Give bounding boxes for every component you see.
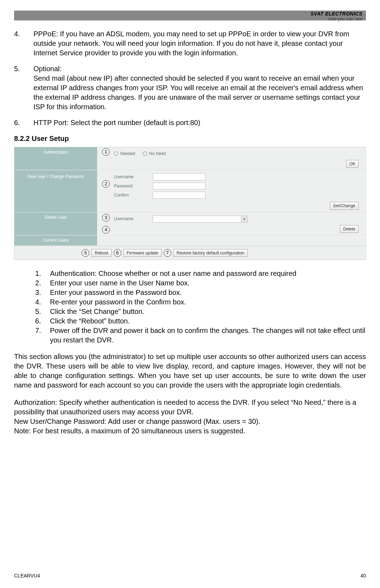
callout-5: 5: [82, 249, 89, 257]
stext: Enter your password in the Password box.: [50, 288, 182, 297]
delete-username-dropdown[interactable]: ▾: [153, 216, 248, 223]
list-num: 6.: [14, 118, 33, 128]
user-setup-ui: Authorization 1 Needed No Need OK New us…: [14, 147, 366, 260]
paragraph-1: This section allows you (the administrat…: [14, 352, 366, 390]
list-item: 5. Optional: Send mail (about new IP) af…: [14, 64, 366, 112]
username-input[interactable]: [153, 173, 205, 180]
brand-sub: now you can see: [311, 17, 363, 21]
snum: 7.: [35, 326, 50, 345]
paragraph-2: Authorization: Specify whether authentic…: [14, 398, 366, 436]
list-item: 6. HTTP Port: Select the port number (de…: [14, 118, 366, 128]
password-label: Password: [114, 183, 153, 189]
row-label-newuser: New user / Change Password: [14, 170, 97, 212]
footer-right: 40: [360, 572, 366, 579]
snum: 6.: [35, 316, 50, 326]
brand-top: SVAT ELECTRONICS: [311, 11, 363, 17]
delete-button[interactable]: Delete: [340, 225, 359, 233]
section-heading: 8.2.2 User Setup: [14, 134, 366, 143]
stext: Enter your user name in the User Name bo…: [50, 278, 190, 288]
callout-1: 1: [102, 148, 110, 156]
set-change-button[interactable]: Set/Change: [330, 202, 359, 210]
list-text: PPPoE: If you have an ADSL modem, you ma…: [33, 29, 366, 58]
snum: 1.: [35, 269, 50, 278]
list-item: 4. PPPoE: If you have an ADSL modem, you…: [14, 29, 366, 58]
callout-4: 4: [102, 226, 110, 234]
reboot-button[interactable]: Reboot: [91, 249, 112, 257]
delete-username-label: Username: [114, 216, 153, 222]
list-text: HTTP Port: Select the port number (defau…: [33, 118, 366, 128]
confirm-input[interactable]: [153, 192, 205, 199]
chevron-down-icon: ▾: [241, 216, 247, 222]
stext: Click the “Set Change” button.: [50, 307, 144, 316]
restore-factory-button[interactable]: Restore factory default configuration: [173, 249, 248, 257]
callout-6: 6: [114, 249, 121, 257]
username-label: Username: [114, 174, 153, 180]
snum: 5.: [35, 307, 50, 316]
snum: 3.: [35, 288, 50, 297]
password-input[interactable]: [153, 182, 205, 190]
stext: Power off the DVR and power it back on t…: [50, 326, 366, 345]
stext: Authentication: Choose whether or not a …: [50, 269, 296, 278]
callout-7: 7: [164, 249, 171, 257]
confirm-label: Confirm: [114, 192, 153, 198]
top-ordered-list: 4. PPPoE: If you have an ADSL modem, you…: [14, 29, 366, 128]
brand-block: SVAT ELECTRONICS now you can see: [311, 11, 363, 22]
footer-left: CLEARVU4: [14, 572, 40, 579]
sub-ordered-list: 1.Authentication: Choose whether or not …: [14, 269, 366, 345]
list-num: 4.: [14, 29, 33, 58]
stext: Click the “Reboot” button.: [50, 316, 130, 326]
stext: Re-enter your password in the Confirm bo…: [50, 297, 186, 307]
ok-button[interactable]: OK: [346, 160, 359, 168]
firmware-update-button[interactable]: Firmware update: [124, 249, 162, 257]
row-label-authorization: Authorization: [14, 147, 97, 170]
radio-needed-label: Needed: [120, 151, 135, 156]
row-label-currentusers: Current Users: [14, 235, 97, 246]
radio-no-need-label: No Need: [149, 151, 166, 156]
snum: 2.: [35, 278, 50, 288]
list-num: 5.: [14, 64, 33, 112]
row-label-deleteuser: Delete User: [14, 212, 97, 235]
list-text: Optional: Send mail (about new IP) after…: [33, 64, 366, 112]
radio-no-need[interactable]: [143, 151, 147, 156]
page-footer: CLEARVU4 40: [14, 572, 366, 579]
callout-2: 2: [102, 180, 110, 188]
header-bar: SVAT ELECTRONICS now you can see: [14, 11, 366, 20]
radio-needed[interactable]: [114, 151, 118, 156]
callout-3: 3: [102, 214, 110, 222]
snum: 4.: [35, 297, 50, 307]
